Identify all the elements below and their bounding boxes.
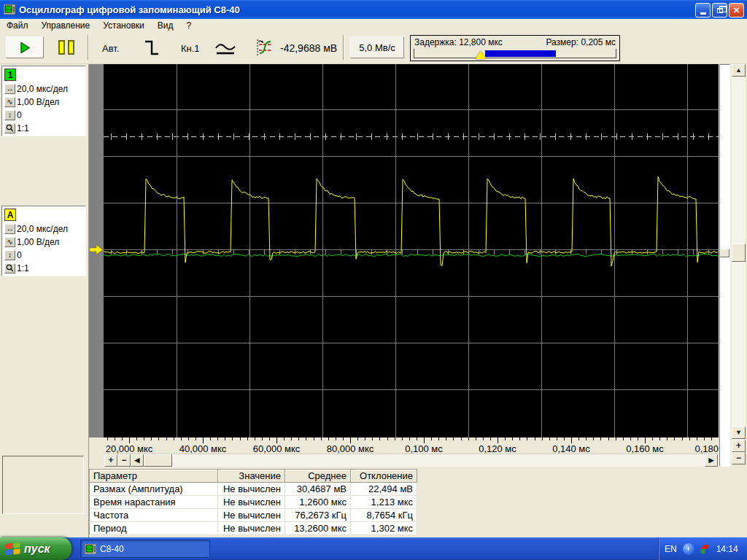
- channel-a-badge[interactable]: A: [4, 209, 16, 221]
- record-window-bar[interactable]: [485, 50, 556, 57]
- offset-icon[interactable]: ↕: [4, 250, 15, 260]
- col-deviation: Отклонение: [351, 470, 417, 483]
- param-deviation: 22,494 мВ: [351, 483, 417, 496]
- measurements-table: Параметр Значение Среднее Отклонение Раз…: [89, 469, 417, 535]
- trigger-mode-label: Авт.: [102, 43, 119, 54]
- menu-view[interactable]: Вид: [151, 20, 180, 31]
- taskbar-app-label: С8-40: [100, 544, 124, 554]
- oscilloscope-display[interactable]: [104, 64, 719, 438]
- vertical-position-slider[interactable]: [719, 64, 730, 467]
- param-name: Частота: [90, 509, 218, 522]
- vertical-scrollbar[interactable]: ▲ ▼ + −: [732, 64, 746, 462]
- axis-tick-label: 0,120 мс: [479, 443, 516, 454]
- sample-rate-button[interactable]: 5,0 Мв/с: [350, 36, 404, 58]
- play-icon: [20, 42, 30, 53]
- param-name: Размах (Амплитуда): [90, 483, 218, 496]
- minimize-button[interactable]: [695, 3, 711, 18]
- channel-a-panel: A ↔20,0 мкс/дел ∿1,00 В/дел ↕0 1:1: [1, 206, 86, 276]
- axis-tick-label: 20,000 мкс: [106, 443, 153, 454]
- desktop: Осциллограф цифровой запоминающий С8-40 …: [0, 0, 747, 560]
- param-name: Время нарастания: [90, 496, 218, 509]
- channel-1-volts: 1,00 В/дел: [17, 97, 59, 107]
- channel-1-panel: 1 ↔20,0 мкс/дел ∿1,00 В/дел ↕0 1:1: [1, 66, 86, 136]
- table-row: Время нарастания Не вычислен 1,2600 мкс …: [90, 496, 417, 509]
- tray-app-icon[interactable]: [699, 542, 711, 555]
- scroll-right-icon[interactable]: ▶: [705, 454, 718, 467]
- horizontal-scroll-thumb[interactable]: [144, 454, 172, 467]
- menu-bar: Файл Управление Установки Вид ?: [0, 19, 747, 31]
- taskbar: пуск С8-40 EN ‹ 14:14: [0, 537, 747, 560]
- table-row: Размах (Амплитуда) Не вычислен 30,4687 м…: [90, 483, 417, 496]
- table-row: Период Не вычислен 13,2600 мкс 1,302 мкс: [90, 522, 417, 535]
- start-label: пуск: [24, 542, 50, 556]
- app-icon: [85, 544, 96, 554]
- volts-div-icon[interactable]: ∿: [4, 237, 15, 247]
- col-mean: Среднее: [285, 470, 351, 483]
- param-value: Не вычислен: [218, 522, 285, 535]
- menu-control[interactable]: Управление: [35, 20, 97, 31]
- menu-help[interactable]: ?: [179, 20, 198, 31]
- menu-file[interactable]: Файл: [0, 20, 35, 31]
- minimize-icon: [700, 12, 706, 15]
- param-mean: 76,2673 кГц: [285, 509, 351, 522]
- zoom-icon[interactable]: [4, 123, 15, 133]
- toolbar-separator: [88, 35, 88, 60]
- channel-1-timebase: 20,0 мкс/дел: [17, 84, 68, 94]
- pause-button[interactable]: [51, 36, 82, 58]
- axis-tick-label: 80,000 мкс: [327, 443, 374, 454]
- horizontal-zoom-in-button[interactable]: +: [104, 454, 117, 467]
- falling-edge-icon: [144, 39, 159, 56]
- system-tray: EN ‹ 14:14: [658, 537, 747, 560]
- sample-rate-label: 5,0 Мв/с: [359, 42, 395, 53]
- restore-icon: [717, 8, 723, 13]
- run-button[interactable]: [6, 36, 44, 58]
- param-mean: 1,2600 мкс: [285, 496, 351, 509]
- time-axis: 20,000 мкс40,000 мкс60,000 мкс80,000 мкс…: [104, 438, 719, 454]
- restore-button[interactable]: [712, 3, 727, 18]
- delay-track[interactable]: [414, 49, 616, 58]
- offset-icon[interactable]: ↕: [4, 110, 15, 120]
- scroll-up-icon[interactable]: ▲: [732, 64, 746, 77]
- app-icon: [4, 4, 15, 15]
- waveform-canvas: [104, 64, 719, 438]
- vertical-slider-thumb[interactable]: [720, 249, 729, 257]
- hide-icons-chevron-icon[interactable]: ‹: [683, 543, 694, 555]
- scroll-left-icon[interactable]: ◀: [131, 454, 144, 467]
- timebase-icon[interactable]: ↔: [4, 224, 15, 234]
- scroll-down-icon[interactable]: ▼: [732, 427, 746, 439]
- ac-coupling-icon: [214, 42, 236, 55]
- axis-tick-label: 0,140 мс: [552, 443, 590, 454]
- channel-1-zoom: 1:1: [17, 123, 29, 133]
- horizontal-zoom-out-button[interactable]: −: [117, 454, 131, 467]
- channel-position-marker-icon[interactable]: [90, 244, 104, 255]
- trigger-source-label: Кн.1: [181, 43, 200, 54]
- close-button[interactable]: ✕: [729, 3, 744, 18]
- menu-settings[interactable]: Установки: [96, 20, 150, 31]
- param-value: Не вычислен: [218, 496, 285, 509]
- channel-1-offset: 0: [17, 110, 22, 120]
- param-mean: 13,2600 мкс: [285, 522, 351, 535]
- vertical-zoom-out-button[interactable]: −: [732, 452, 746, 464]
- title-bar[interactable]: Осциллограф цифровой запоминающий С8-40 …: [0, 0, 747, 19]
- taskbar-app-button[interactable]: С8-40: [80, 540, 210, 558]
- trigger-level-readout: -42,9688 мВ: [280, 42, 337, 54]
- axis-tick-label: 40,000 мкс: [179, 443, 227, 454]
- delay-label: Задержка: 12,800 мкс: [414, 37, 503, 47]
- toolbar-separator: [343, 35, 344, 60]
- vertical-scroll-thumb[interactable]: [732, 244, 746, 262]
- horizontal-scrollbar[interactable]: + − ◀ ▶: [104, 454, 719, 467]
- pause-icon: [58, 40, 65, 55]
- timebase-icon[interactable]: ↔: [4, 84, 15, 94]
- close-icon: ✕: [733, 6, 740, 15]
- param-deviation: 1,302 мкс: [351, 522, 417, 535]
- volts-div-icon[interactable]: ∿: [4, 97, 15, 107]
- start-button[interactable]: пуск: [0, 537, 71, 560]
- zoom-icon[interactable]: [4, 263, 15, 273]
- param-name: Период: [90, 522, 218, 535]
- info-box: [2, 456, 84, 514]
- channel-1-badge[interactable]: 1: [4, 69, 16, 81]
- language-indicator[interactable]: EN: [665, 544, 677, 554]
- delay-marker-icon[interactable]: [476, 51, 486, 59]
- record-size-label: Размер: 0,205 мс: [546, 37, 616, 47]
- vertical-zoom-in-button[interactable]: +: [732, 440, 746, 452]
